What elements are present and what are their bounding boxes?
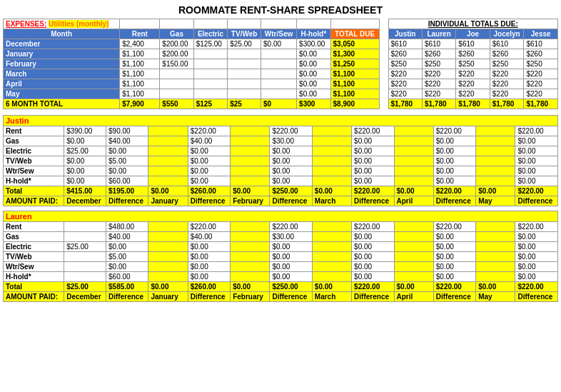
justin-amount-paid-row: AMOUNT PAID: DecemberDifference JanuaryD… [4,196,558,206]
table-row: March $1,100$0.00 $1,100 $220$220$220$22… [4,69,558,79]
table-row: January $1,100$200.00$0.00 $1,300 $260$2… [4,49,558,59]
table-row: May $1,100$0.00 $1,100 $220$220$220$220$… [4,89,558,99]
lauren-tvweb-row: TV/Web $5.00 $0.00 $0.00 $0.00 $0.00 $0.… [4,252,558,262]
lauren-table: Lauren Rent $480.00 $220.00 $220.00 $220… [3,211,558,302]
justin-wtrsew-row: Wtr/Sew $0.00$0.00 $0.00 $0.00 $0.00 $0.… [4,166,558,176]
lauren-electric-row: Electric $25.00$0.00 $0.00 $0.00 $0.00 $… [4,242,558,252]
lauren-rent-row: Rent $480.00 $220.00 $220.00 $220.00 $22… [4,222,558,232]
summary-table: EXPENSES: Utilities (monthly) INDIVIDUAL… [3,19,558,109]
col-jocelyn: Jocelyn [490,29,524,39]
col-joe: Joe [456,29,490,39]
justin-rent-row: Rent $390.00$90.00 $220.00 $220.00 $220.… [4,126,558,136]
col-tvweb: TV/Web [228,29,261,39]
justin-table: Justin Rent $390.00$90.00 $220.00 $220.0… [3,115,558,206]
col-electric: Electric [193,29,227,39]
col-hhold: H-hold* [297,29,330,39]
col-total-due: TOTAL DUE [330,29,379,39]
lauren-amount-paid-row: AMOUNT PAID: DecemberDifference JanuaryD… [4,292,558,302]
justin-gas-row: Gas $0.00$40.00 $40.00 $30.00 $0.00 $0.0… [4,136,558,146]
justin-hhold-row: H-hold* $0.00$60.00 $0.00 $0.00 $0.00 $0… [4,176,558,186]
col-gas: Gas [160,29,193,39]
justin-label: Justin [4,116,558,126]
lauren-total-row: Total $25.00$585.00 $0.00 $260.00 $0.00 … [4,282,558,292]
table-row: December $2,400$200.00$125.00$25.00$0.00… [4,39,558,49]
col-wtrsew: Wtr/Sew [261,29,297,39]
individual-totals-label: INDIVIDUAL TOTALS DUE: [388,19,558,29]
col-month: Month [4,29,120,39]
col-justin: Justin [388,29,422,39]
justin-tvweb-row: TV/Web $0.00$5.00 $0.00 $0.00 $0.00 $0.0… [4,156,558,166]
table-row: April $1,100$0.00 $1,100 $220$220$220$22… [4,79,558,89]
lauren-wtrsew-row: Wtr/Sew $0.00 $0.00 $0.00 $0.00 $0.00 $0… [4,262,558,272]
justin-electric-row: Electric $25.00$0.00 $0.00 $0.00 $0.00 $… [4,146,558,156]
col-jesse: Jesse [524,29,558,39]
lauren-gas-row: Gas $40.00 $40.00 $30.00 $0.00 $0.00 $0.… [4,232,558,242]
col-rent: Rent [120,29,160,39]
expenses-label: EXPENSES: Utilities (monthly) [4,19,120,29]
page-title: ROOMMATE RENT-SHARE SPREADSHEET [3,1,558,19]
table-row: February $1,100$150.00$0.00 $1,250 $250$… [4,59,558,69]
lauren-label: Lauren [4,211,558,222]
lauren-hhold-row: H-hold* $60.00 $0.00 $0.00 $0.00 $0.00 $… [4,272,558,282]
col-lauren: Lauren [422,29,455,39]
six-month-total-row: 6 MONTH TOTAL $7,900$550$125$25$0$300 $8… [4,99,558,109]
justin-total-row: Total $415.00$195.00 $0.00 $260.00 $0.00… [4,186,558,196]
